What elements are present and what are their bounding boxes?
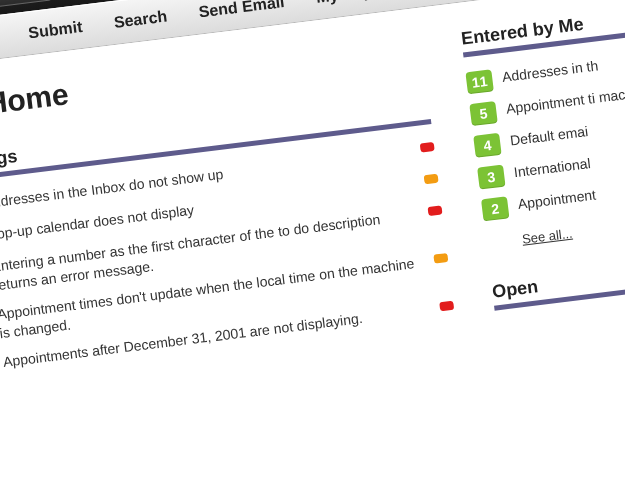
priority-indicator xyxy=(428,205,443,216)
bug-id-badge: 4 xyxy=(473,133,501,158)
priority-indicator xyxy=(439,300,454,311)
nav-my-reports[interactable]: My Reports ▾ xyxy=(315,0,415,7)
priority-indicator xyxy=(420,142,435,153)
stat-value: 11 xyxy=(0,0,7,3)
open-heading: Open xyxy=(491,240,625,310)
my-bugs-list: 11 Addresses in the Inbox do not show up… xyxy=(0,134,456,384)
priority-indicator xyxy=(424,174,439,185)
entered-by-me-heading: Entered by Me xyxy=(460,0,625,58)
left-column: My Home My Bugs 11 Addresses in the Inbo… xyxy=(0,34,456,386)
bug-id-badge: 11 xyxy=(465,69,493,94)
nav-label: My Reports xyxy=(315,0,404,6)
nav-search[interactable]: Search xyxy=(113,7,168,31)
right-column: Entered by Me 11 Addresses in th 5 Appoi… xyxy=(460,0,625,321)
nav-send-email[interactable]: Send Email xyxy=(198,0,286,21)
bug-id-badge: 5 xyxy=(469,101,497,126)
content-area: My Home My Bugs 11 Addresses in the Inbo… xyxy=(0,0,625,413)
priority-indicator xyxy=(433,253,448,264)
bug-id-badge: 2 xyxy=(481,196,509,221)
nav-submit[interactable]: Submit xyxy=(27,18,83,42)
entered-by-me-list: 11 Addresses in th 5 Appointment ti mach… xyxy=(465,26,625,226)
see-all-link[interactable]: See all... xyxy=(521,226,573,247)
bug-id-badge: 3 xyxy=(477,165,505,190)
